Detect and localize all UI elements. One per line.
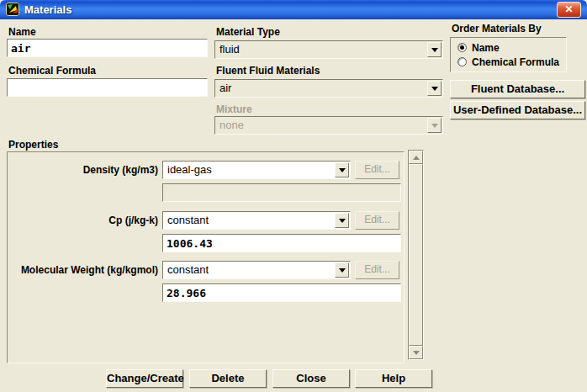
cp-method-dropdown[interactable]: constant xyxy=(162,211,351,230)
materials-dialog: Materials ✕ Name Chemical Formula Materi… xyxy=(0,0,587,392)
scroll-down-button[interactable] xyxy=(409,346,423,359)
change-create-button[interactable]: Change/Create xyxy=(106,369,183,388)
fluent-database-button[interactable]: Fluent Database... xyxy=(450,80,585,98)
molecular-weight-edit-button: Edit... xyxy=(355,261,399,279)
titlebar[interactable]: Materials ✕ xyxy=(0,0,587,19)
name-label: Name xyxy=(8,26,36,38)
molecular-weight-value-input[interactable] xyxy=(162,283,401,302)
density-method-value: ideal-gas xyxy=(167,163,212,176)
scroll-up-icon xyxy=(413,156,420,160)
delete-button[interactable]: Delete xyxy=(189,369,267,388)
chevron-down-icon xyxy=(431,48,438,52)
fluent-fluid-materials-dropdown-button[interactable] xyxy=(427,81,442,96)
cp-dropdown-button[interactable] xyxy=(335,213,349,228)
molecular-weight-method-value: constant xyxy=(167,263,209,276)
close-button[interactable]: Close xyxy=(272,369,350,388)
app-icon xyxy=(6,3,19,16)
close-icon[interactable]: ✕ xyxy=(557,2,581,18)
scrollbar-thumb[interactable] xyxy=(409,164,423,346)
density-dropdown-button[interactable] xyxy=(335,162,349,177)
window-title: Materials xyxy=(24,3,71,16)
scroll-up-button[interactable] xyxy=(409,151,423,164)
material-type-value: fluid xyxy=(219,43,240,56)
material-type-label: Material Type xyxy=(216,26,280,38)
cp-label: Cp (j/kg-k) xyxy=(5,215,158,226)
user-defined-database-button[interactable]: User-Defined Database... xyxy=(450,101,585,119)
density-value-input xyxy=(162,183,401,202)
cp-value-input[interactable] xyxy=(162,234,401,252)
name-input[interactable] xyxy=(7,39,208,57)
help-button[interactable]: Help xyxy=(355,369,432,388)
density-label: Density (kg/m3) xyxy=(5,164,158,176)
radio-option-chemical-formula[interactable]: Chemical Formula xyxy=(451,55,566,69)
molecular-weight-label: Molecular Weight (kg/kgmol) xyxy=(5,264,158,276)
chevron-down-icon xyxy=(431,124,438,128)
chevron-down-icon xyxy=(339,219,346,223)
radio-unselected-icon[interactable] xyxy=(457,57,467,66)
radio-selected-icon[interactable] xyxy=(457,43,467,52)
cp-edit-button: Edit... xyxy=(355,211,399,230)
material-type-dropdown[interactable]: fluid xyxy=(214,40,443,59)
radio-chemical-formula-label: Chemical Formula xyxy=(472,56,559,68)
chemical-formula-input[interactable] xyxy=(7,78,208,97)
chevron-down-icon xyxy=(339,268,346,273)
mixture-label: Mixture xyxy=(216,103,252,115)
scroll-down-icon xyxy=(413,351,420,355)
properties-scrollbar[interactable] xyxy=(408,150,424,360)
order-materials-by-label: Order Materials By xyxy=(452,23,542,34)
mixture-value: none xyxy=(219,119,244,131)
fluent-fluid-materials-label: Fluent Fluid Materials xyxy=(216,65,320,77)
material-type-dropdown-button[interactable] xyxy=(427,42,442,57)
radio-option-name[interactable]: Name xyxy=(451,40,566,55)
mixture-dropdown: none xyxy=(214,116,443,135)
fluent-fluid-materials-dropdown[interactable]: air xyxy=(214,79,443,98)
density-method-dropdown[interactable]: ideal-gas xyxy=(162,161,351,179)
chevron-down-icon xyxy=(339,168,346,172)
chemical-formula-label: Chemical Formula xyxy=(8,65,96,77)
fluent-fluid-materials-value: air xyxy=(219,82,231,94)
properties-label: Properties xyxy=(8,139,58,151)
cp-method-value: constant xyxy=(167,214,209,226)
chevron-down-icon xyxy=(431,87,438,91)
order-materials-by-group: Name Chemical Formula xyxy=(450,37,567,72)
mixture-dropdown-button xyxy=(427,118,442,133)
density-edit-button: Edit... xyxy=(355,161,399,179)
molecular-weight-dropdown-button[interactable] xyxy=(335,262,349,278)
molecular-weight-method-dropdown[interactable]: constant xyxy=(162,261,351,279)
radio-name-label: Name xyxy=(472,42,500,54)
